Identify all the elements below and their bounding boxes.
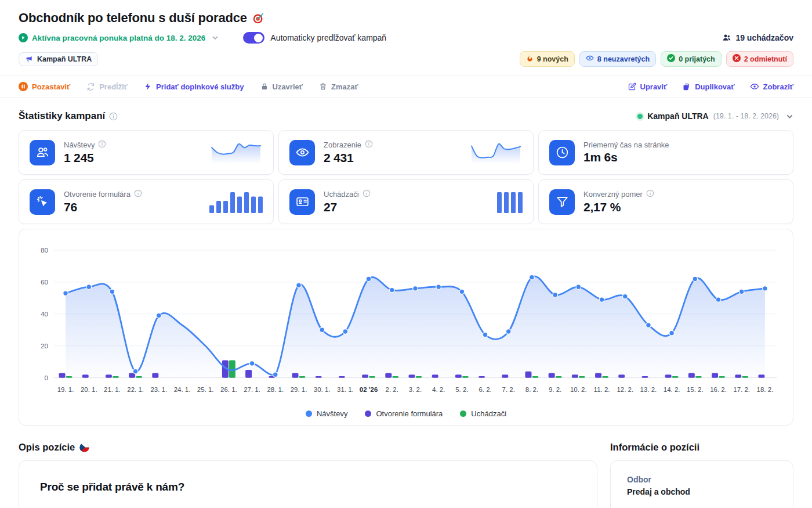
legend-item-1[interactable]: Návštevy [306, 409, 347, 418]
sparkline [469, 190, 523, 214]
legend-item-3[interactable]: Uchádzači [460, 409, 506, 418]
addons-button[interactable]: Pridať doplnkové služby [144, 82, 244, 91]
info-icon[interactable] [365, 140, 373, 150]
info-icon[interactable] [646, 189, 654, 199]
stat-card-users: Návštevy1 245 [19, 130, 274, 175]
page-header: Obchodník po telefonu s duší poradce Akt… [0, 0, 812, 67]
czech-flag-icon [79, 442, 89, 452]
info-icon[interactable] [109, 112, 118, 121]
svg-text:10. 2.: 10. 2. [570, 386, 587, 393]
close-offer-button[interactable]: Uzavrieť [260, 82, 303, 91]
svg-text:80: 80 [41, 247, 48, 254]
auto-renew-toggle[interactable]: Automaticky predlžovať kampaň [243, 32, 386, 44]
svg-text:2. 2.: 2. 2. [386, 386, 398, 393]
duplicate-button[interactable]: Duplikovať [682, 82, 734, 91]
badge-open[interactable]: 8 neuzavretých [579, 51, 656, 67]
chevron-down-icon [786, 113, 793, 120]
svg-text:5. 2.: 5. 2. [455, 386, 468, 393]
bolt-icon [144, 82, 152, 91]
x-circle-icon [733, 54, 741, 64]
svg-text:02 '26: 02 '26 [360, 386, 378, 393]
campaign-selector[interactable]: Kampaň ULTRA (19. 1. - 18. 2. 2026) [637, 111, 793, 121]
svg-text:12. 2.: 12. 2. [617, 386, 633, 393]
svg-text:19. 1.: 19. 1. [57, 386, 74, 393]
svg-text:23. 1.: 23. 1. [150, 386, 167, 393]
stat-card-click: Otvorenie formulára76 [19, 179, 274, 224]
action-toolbar: Pozastaviť Predĺžiť Pridať doplnkové slu… [0, 75, 812, 98]
flame-icon [526, 55, 534, 64]
pause-circle-icon [19, 82, 28, 91]
stat-value: 27 [324, 200, 371, 214]
pause-button[interactable]: Pozastaviť [19, 82, 70, 91]
badge-rejected[interactable]: 2 odmietnutí [726, 51, 793, 67]
svg-text:31. 1.: 31. 1. [337, 386, 354, 393]
description-card: Proč se přidat právě k nám? Jednoduše ře… [19, 460, 597, 508]
copy-icon [682, 82, 691, 91]
description-title: Opis pozície [19, 442, 75, 453]
svg-text:18. 2.: 18. 2. [757, 386, 774, 393]
svg-text:16. 2.: 16. 2. [710, 386, 727, 393]
legend-dot-icon [460, 410, 466, 417]
svg-text:17. 2.: 17. 2. [733, 386, 750, 393]
stat-value: 2,17 % [583, 200, 654, 214]
legend-dot-icon [365, 410, 371, 417]
lock-icon [260, 82, 269, 91]
svg-text:0: 0 [45, 374, 48, 381]
chart-legend: NávštevyOtvorenie formuláraUchádzači [25, 409, 787, 418]
badge-new[interactable]: 9 nových [520, 51, 575, 67]
target-icon [252, 12, 265, 24]
svg-text:22. 1.: 22. 1. [127, 386, 144, 393]
trash-icon [319, 82, 327, 91]
position-info: Informácie o pozícii OdborPredaj a obcho… [610, 442, 793, 508]
svg-text:13. 2.: 13. 2. [640, 386, 657, 393]
campaign-chip[interactable]: Kampaň ULTRA [19, 52, 98, 66]
status-active[interactable]: Aktívna pracovná ponuka platná do 18. 2.… [19, 33, 219, 42]
applicants-total[interactable]: 19 uchádzačov [722, 33, 793, 42]
stat-card-clock: Priemerný čas na stránke1m 6s [538, 130, 793, 175]
stat-value: 2 431 [324, 151, 373, 165]
svg-text:11. 2.: 11. 2. [594, 386, 610, 393]
svg-text:4. 2.: 4. 2. [432, 386, 445, 393]
users-icon [30, 140, 55, 165]
campaign-status-dot [637, 114, 643, 119]
svg-text:30. 1.: 30. 1. [314, 386, 331, 393]
badge-accepted[interactable]: 0 prijatých [661, 51, 722, 67]
view-button[interactable]: Zobraziť [750, 82, 793, 91]
funnel-icon [549, 189, 575, 215]
description-heading: Proč se přidat právě k nám? [40, 481, 576, 493]
svg-text:20. 1.: 20. 1. [81, 386, 97, 393]
pencil-icon [628, 82, 636, 91]
stat-card-funnel: Konverzný pomer2,17 % [538, 179, 793, 224]
stat-value: 76 [64, 200, 142, 214]
svg-text:27. 1.: 27. 1. [244, 386, 260, 393]
legend-item-2[interactable]: Otvorenie formulára [365, 409, 443, 418]
eye-icon [586, 54, 594, 64]
info-icon[interactable] [98, 140, 106, 150]
stat-value: 1 245 [64, 151, 106, 165]
info-icon[interactable] [362, 189, 371, 199]
svg-text:9. 2.: 9. 2. [549, 386, 561, 393]
svg-text:60: 60 [41, 279, 48, 286]
eye-icon [289, 140, 315, 165]
campaign-chart[interactable]: 02040608019. 1.20. 1.21. 1.22. 1.23. 1.2… [25, 241, 787, 405]
stats-title: Štatistiky kampaní [19, 110, 105, 122]
edit-button[interactable]: Upraviť [628, 82, 668, 91]
megaphone-icon [25, 55, 33, 63]
position-description: Opis pozície Proč se přidat právě k nám?… [19, 442, 597, 508]
check-circle-icon [667, 54, 675, 64]
click-icon [30, 189, 55, 215]
toggle-switch-icon[interactable] [243, 32, 264, 44]
svg-text:6. 2.: 6. 2. [478, 386, 491, 393]
statistics-section: Štatistiky kampaní Kampaň ULTRA (19. 1. … [0, 98, 812, 224]
extend-button[interactable]: Predĺžiť [86, 82, 128, 91]
svg-text:14. 2.: 14. 2. [664, 386, 680, 393]
idcard-icon [289, 189, 315, 215]
sparkline [209, 190, 263, 214]
page-title: Obchodník po telefonu s duší poradce [19, 10, 247, 26]
info-field-odbor: OdborPredaj a obchod [627, 475, 777, 496]
chevron-down-icon[interactable] [212, 34, 219, 41]
delete-button[interactable]: Zmazať [319, 82, 358, 91]
eye-icon [750, 82, 759, 91]
info-icon[interactable] [134, 189, 142, 199]
bottom-section: Opis pozície Proč se přidat právě k nám?… [0, 442, 812, 508]
